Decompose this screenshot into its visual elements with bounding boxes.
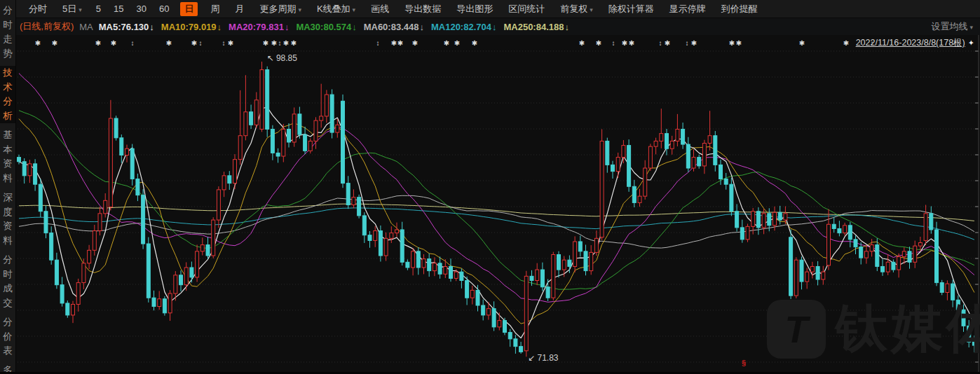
toolbar-item-60[interactable]: 60	[153, 4, 175, 14]
toolbar-item-K线叠加[interactable]: K线叠加▾	[309, 3, 363, 15]
asterisk-event-marker-icon: ✱	[577, 39, 587, 48]
asterisk-event-marker-icon: ✱	[689, 39, 699, 48]
ma-prefix-label: MA	[79, 22, 93, 32]
toolbar-item-导出数据[interactable]: 导出数据	[397, 3, 449, 15]
asterisk-event-marker-icon: ✱	[452, 39, 462, 48]
ma-line-MA20	[19, 74, 974, 303]
visible-range-label[interactable]: 2022/11/16-2023/8/8(178根)✦	[856, 37, 974, 49]
ma-readout-bar: (日线,前复权) MA MA5:76.130↓MA10:79.019↓MA20:…	[16, 18, 980, 35]
asterisk-event-marker-icon: ✱	[395, 39, 405, 48]
chevron-down-icon: ▾	[353, 6, 356, 13]
asterisk-event-marker-icon: ✱	[442, 39, 451, 48]
ma-readout-MA30: MA30:80.574↓	[296, 22, 356, 32]
updown-arrow-marker-icon: ↕	[608, 39, 618, 48]
asterisk-event-marker-icon: ✱	[410, 39, 420, 48]
toolbar-item-日[interactable]: 日	[180, 2, 198, 16]
ma-readout-MA5: MA5:76.130↓	[99, 22, 154, 32]
trend-down-arrow-icon: ↓	[352, 22, 357, 32]
toolbar-item-5[interactable]: 5	[90, 4, 107, 14]
ma-readout-MA120: MA120:82.704↓	[431, 22, 497, 32]
ma-readout-MA20: MA20:79.831↓	[229, 22, 289, 32]
asterisk-event-marker-icon: ✱	[734, 39, 744, 48]
chevron-down-icon: ▾	[969, 24, 973, 31]
chevron-down-icon: ▾	[79, 6, 82, 13]
corporate-action-icon: §	[742, 359, 746, 367]
asterisk-event-marker-icon: ✱	[226, 39, 236, 48]
chevron-down-icon: ▾	[298, 6, 301, 13]
ma-line-MA120	[19, 208, 974, 240]
sidebar-item-5[interactable]: 分时成交	[0, 253, 15, 310]
asterisk-event-marker-icon: ✱	[797, 39, 807, 48]
trend-down-arrow-icon: ↓	[149, 22, 154, 32]
star-icon: ✦	[968, 39, 974, 47]
asterisk-event-marker-icon: ✱	[164, 39, 174, 48]
toolbar-item-15[interactable]: 15	[107, 4, 130, 14]
asterisk-event-marker-icon: ✱	[289, 39, 299, 48]
ma-settings-label: 设置均线	[931, 21, 967, 32]
toolbar-item-更多周期[interactable]: 更多周期▾	[252, 3, 309, 15]
toolbar-item-30[interactable]: 30	[130, 4, 152, 14]
chevron-down-icon: ▾	[590, 6, 593, 13]
asterisk-event-marker-icon: ✱	[470, 39, 479, 48]
asterisk-event-marker-icon: ✱	[109, 39, 118, 48]
trend-down-arrow-icon: ↓	[492, 22, 497, 32]
sidebar-nav: 分时走势技术分析基本资料深度资料分时成交分价表多	[0, 0, 16, 374]
ma-readout-MA250: MA250:84.188↓	[503, 22, 569, 32]
sidebar-item-4[interactable]: 深度资料	[0, 191, 15, 248]
updown-arrow-marker-icon: ↕	[373, 39, 383, 48]
updown-arrow-marker-icon: ↕	[196, 39, 205, 48]
toolbar-item-区间统计[interactable]: 区间统计	[501, 3, 552, 15]
sidebar-item-2[interactable]: 技术分析	[0, 66, 15, 123]
toolbar-item-前复权[interactable]: 前复权▾	[552, 3, 601, 15]
ma-line-MA30	[19, 111, 974, 290]
trend-down-arrow-icon: ↓	[419, 22, 424, 32]
period-toolbar: 分时5日▾5153060日周月更多周期▾K线叠加▾画线导出数据导出图形区间统计前…	[16, 0, 980, 18]
asterisk-event-marker-icon: ✱	[33, 39, 43, 48]
trend-down-arrow-icon: ↓	[285, 22, 290, 32]
kline-mode-label: (日线,前复权)	[20, 20, 74, 33]
trend-down-arrow-icon: ↓	[564, 22, 569, 32]
high-price-annotation: ↖ 98.85	[267, 53, 297, 63]
toolbar-item-5日[interactable]: 5日▾	[55, 3, 90, 15]
asterisk-event-marker-icon: ✱	[841, 39, 851, 48]
asterisk-event-marker-icon: ✱	[50, 39, 60, 48]
watermark-text: 钛媒体	[836, 296, 980, 362]
toolbar-item-分时[interactable]: 分时	[21, 3, 55, 15]
candlestick-chart[interactable]: ✱✱✱✱↕✱✱↕↕✱✱✱↕✱✱↕✱✱✱✱✱✱✱✱↕✱✱↕✱↕✱✱✱✱✱↕↕ 20…	[15, 35, 980, 374]
toolbar-item-月[interactable]: 月	[227, 3, 252, 15]
sidebar-item-3[interactable]: 基本资料	[0, 128, 15, 186]
asterisk-event-marker-icon: ✱	[662, 39, 672, 48]
toolbar-item-周[interactable]: 周	[203, 3, 227, 15]
sidebar-item-6[interactable]: 分价表	[0, 315, 15, 359]
logo-glyph: T	[785, 307, 808, 351]
sidebar-item-1[interactable]: 分时走势	[0, 4, 15, 61]
toolbar-item-画线[interactable]: 画线	[363, 3, 397, 15]
toolbar-item-显示停牌[interactable]: 显示停牌	[662, 3, 714, 15]
ma-line-MA60	[19, 195, 974, 248]
toolbar-item-除权计算器[interactable]: 除权计算器	[601, 3, 662, 15]
asterisk-event-marker-icon: ✱	[594, 39, 604, 48]
asterisk-event-marker-icon: ✱	[627, 39, 637, 48]
watermark: T 钛媒体	[767, 296, 980, 362]
low-price-annotation: ↙ 71.83	[528, 353, 558, 363]
toolbar-item-导出图形[interactable]: 导出图形	[449, 3, 501, 15]
ma-values-group: MA5:76.130↓MA10:79.019↓MA20:79.831↓MA30:…	[99, 22, 576, 32]
trading-app-window: 分时走势技术分析基本资料深度资料分时成交分价表多 分时5日▾5153060日周月…	[0, 0, 980, 374]
ma-settings-button[interactable]: 设置均线▾	[931, 20, 973, 33]
toolbar-item-到价提醒[interactable]: 到价提醒	[714, 3, 765, 15]
tmtpost-logo-icon: T	[767, 300, 826, 359]
ma-readout-MA60: MA60:83.448↓	[364, 22, 424, 32]
asterisk-event-marker-icon: ✱	[93, 39, 103, 48]
updown-arrow-marker-icon: ↕	[128, 39, 137, 48]
trend-down-arrow-icon: ↓	[217, 22, 222, 32]
ma-readout-MA10: MA10:79.019↓	[161, 22, 222, 32]
date-range-text: 2022/11/16-2023/8/8(178根)	[856, 38, 965, 48]
